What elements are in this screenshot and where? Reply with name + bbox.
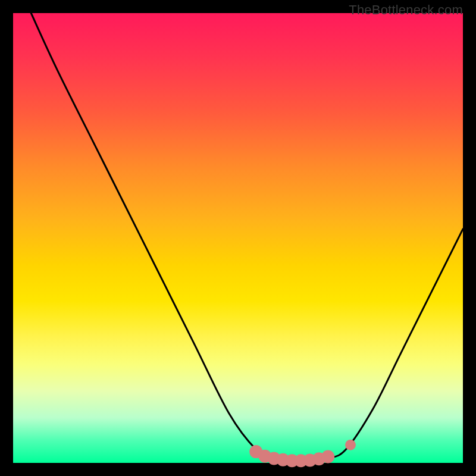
optimum-marker-cluster [249,440,356,467]
optimum-marker [345,440,356,450]
chart-svg [13,13,463,463]
watermark-label: TheBottleneck.com [349,2,463,18]
outer-frame: TheBottleneck.com [0,0,476,476]
bottleneck-curve [31,13,463,461]
plot-area [13,13,463,463]
optimum-marker [321,450,334,463]
